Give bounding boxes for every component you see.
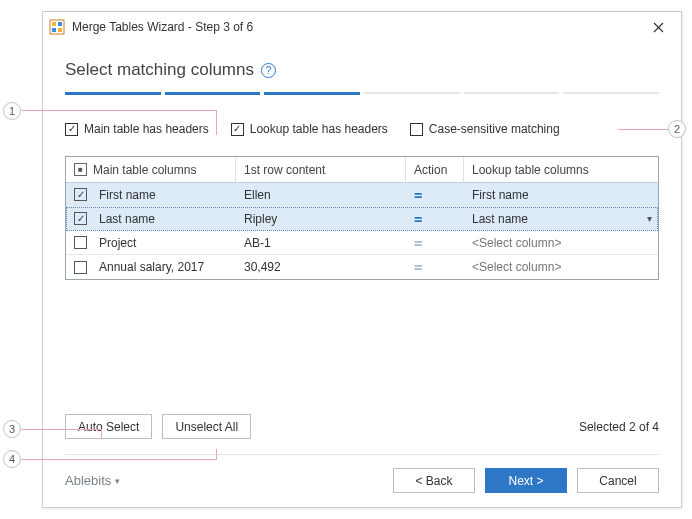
brand-menu[interactable]: Ablebits ▾ [65,473,120,488]
main-headers-checkbox[interactable]: Main table has headers [65,122,209,136]
table-row[interactable]: Project AB-1 = <Select column> [66,231,658,255]
callout-1-line-v [216,110,217,135]
page-heading: Select matching columns [65,60,254,80]
equals-icon: = [414,187,422,203]
row-main-col: First name [99,188,156,202]
row-first-content: Ellen [236,183,406,206]
header-lookup: Lookup table columns [464,157,658,182]
lookup-column-select[interactable]: Last name▾ [464,207,658,230]
equals-icon: = [414,235,422,251]
selection-count: Selected 2 of 4 [579,420,659,434]
header-action: Action [406,157,464,182]
callout-1-line-h [22,110,217,111]
svg-rect-3 [52,28,56,32]
callout-3: 3 [3,420,21,438]
callout-2-line [618,129,668,130]
row-checkbox[interactable] [74,236,87,249]
svg-rect-4 [58,28,62,32]
help-icon[interactable]: ? [261,63,276,78]
checkbox-icon [231,123,244,136]
lookup-column-select[interactable]: <Select column> [464,255,658,279]
equals-icon: = [414,259,422,275]
wizard-dialog: Merge Tables Wizard - Step 3 of 6 Select… [42,11,682,508]
lookup-column-select[interactable]: First name [464,183,658,206]
brand-label: Ablebits [65,473,111,488]
row-checkbox[interactable] [74,261,87,274]
content-area: Select matching columns ? Main table has… [43,42,681,280]
row-first-content: Ripley [236,207,406,230]
close-icon [653,22,664,33]
checkbox-icon [65,123,78,136]
callout-1: 1 [3,102,21,120]
table-row[interactable]: Last name Ripley = Last name▾ [66,207,658,231]
lookup-headers-checkbox[interactable]: Lookup table has headers [231,122,388,136]
next-button[interactable]: Next > [485,468,567,493]
callout-4-line-h [22,459,217,460]
header-checkbox[interactable] [74,163,87,176]
cancel-button[interactable]: Cancel [577,468,659,493]
row-main-col: Project [99,236,136,250]
callout-4: 4 [3,450,21,468]
table-row[interactable]: First name Ellen = First name [66,183,658,207]
footer-separator [65,454,659,455]
auto-select-button[interactable]: Auto Select [65,414,152,439]
row-main-col: Last name [99,212,155,226]
header-main: Main table columns [93,163,196,177]
step-progress [65,92,659,96]
unselect-all-button[interactable]: Unselect All [162,414,251,439]
columns-table: Main table columns 1st row content Actio… [65,156,659,280]
equals-icon: = [414,211,422,227]
back-button[interactable]: < Back [393,468,475,493]
header-row1: 1st row content [236,157,406,182]
table-header-row: Main table columns 1st row content Actio… [66,157,658,183]
callout-3-line-v [101,429,102,439]
chevron-down-icon: ▾ [115,476,120,486]
row-checkbox[interactable] [74,212,87,225]
case-sensitive-checkbox[interactable]: Case-sensitive matching [410,122,560,136]
app-icon [49,19,65,35]
checkbox-icon [410,123,423,136]
row-main-col: Annual salary, 2017 [99,260,204,274]
table-row[interactable]: Annual salary, 2017 30,492 = <Select col… [66,255,658,279]
lookup-headers-label: Lookup table has headers [250,122,388,136]
close-button[interactable] [643,15,673,39]
row-first-content: AB-1 [236,231,406,254]
lookup-column-select[interactable]: <Select column> [464,231,658,254]
svg-rect-2 [58,22,62,26]
titlebar: Merge Tables Wizard - Step 3 of 6 [43,12,681,42]
row-checkbox[interactable] [74,188,87,201]
callout-2: 2 [668,120,686,138]
callout-4-line-v [216,449,217,460]
chevron-down-icon: ▾ [647,213,652,224]
options-row: Main table has headers Lookup table has … [65,122,659,136]
window-title: Merge Tables Wizard - Step 3 of 6 [72,20,643,34]
callout-3-line-h [22,429,102,430]
selection-buttons-row: Auto Select Unselect All Selected 2 of 4 [65,414,659,439]
svg-rect-1 [52,22,56,26]
footer: Ablebits ▾ < Back Next > Cancel [65,468,659,493]
row-first-content: 30,492 [236,255,406,279]
case-sensitive-label: Case-sensitive matching [429,122,560,136]
main-headers-label: Main table has headers [84,122,209,136]
